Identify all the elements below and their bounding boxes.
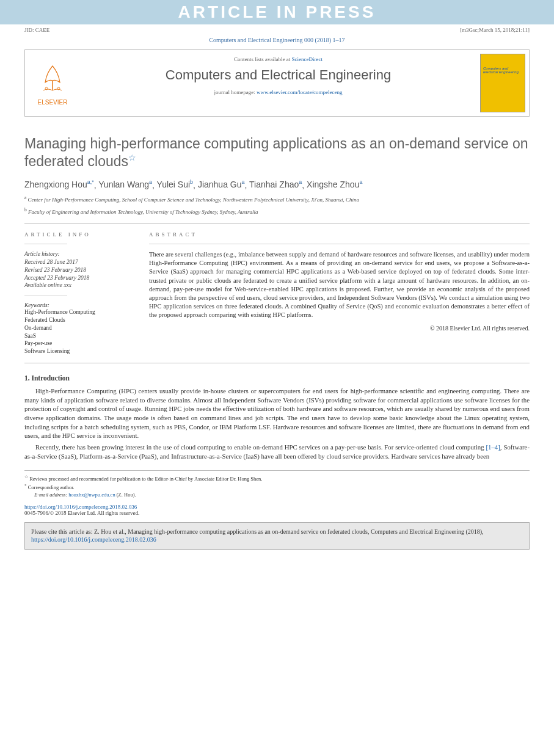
para2-pre: Recently, there has been growing interes…: [35, 443, 486, 451]
abstract-divider: [149, 244, 530, 244]
title-text: Managing high-performance computing appl…: [24, 136, 528, 169]
homepage-line: journal homepage: www.elsevier.com/locat…: [84, 89, 473, 95]
author: Yulei Suib: [157, 180, 194, 189]
homepage-link[interactable]: www.elsevier.com/locate/compeleceng: [257, 89, 342, 95]
star-icon: ☆: [24, 474, 28, 481]
title-star-icon: ☆: [128, 153, 136, 162]
history-label: Article history:: [24, 250, 134, 258]
journal-cover-thumb: Computers and Electrical Engineering: [476, 50, 529, 116]
citation-doi-link[interactable]: https://doi.org/10.1016/j.compeleceng.20…: [31, 536, 156, 543]
cover-thumb-title: Computers and Electrical Engineering: [483, 67, 522, 74]
author: Jianhua Gua: [198, 180, 245, 189]
footnote-corresponding: * Corresponding author.: [24, 483, 530, 492]
divider: [24, 224, 530, 224]
abstract-heading: ABSTRACT: [149, 231, 530, 238]
affiliation-a: a Center for High-Performance Computing,…: [24, 195, 530, 204]
authors-line: Zhengxiong Houa,*, Yunlan Wanga, Yulei S…: [24, 179, 530, 191]
watermark-banner: ARTICLE IN PRESS: [0, 0, 554, 24]
keyword: Federated Clouds: [24, 316, 134, 324]
contents-prefix: Contents lists available at: [234, 56, 291, 62]
affiliation-b: b Faculty of Engineering and Information…: [24, 207, 530, 216]
author: Xingshe Zhoua: [307, 180, 362, 189]
affil-a-text: Center for High-Performance Computing, S…: [28, 197, 360, 203]
email-link[interactable]: houzhx@nwpu.edu.cn: [68, 492, 115, 498]
body-section: 1. Introduction High-Performance Computi…: [24, 374, 530, 460]
elsevier-text: ELSEVIER: [38, 99, 68, 106]
contents-line: Contents lists available at ScienceDirec…: [84, 56, 473, 62]
keyword: Software Licensing: [24, 347, 134, 355]
author: Zhengxiong Houa,*: [24, 180, 94, 189]
divider: [24, 363, 530, 363]
journal-reference: Computers and Electrical Engineering 000…: [0, 35, 554, 45]
ref-link-1-4[interactable]: [1–4]: [486, 443, 500, 451]
author: Tianhai Zhaoa: [249, 180, 302, 189]
keyword: Pay-per-use: [24, 340, 134, 347]
footnote-email: E-mail address: houzhx@nwpu.edu.cn (Z. H…: [24, 492, 530, 499]
sciencedirect-link[interactable]: ScienceDirect: [292, 56, 323, 62]
corresponding-text: Corresponding author.: [28, 484, 75, 490]
abstract-column: ABSTRACT There are several challenges (e…: [149, 231, 530, 355]
jid-label: JID: CAEE: [24, 27, 49, 33]
footnote-review-text: Reviews processed and recommended for pu…: [29, 476, 262, 482]
history-revised: Revised 23 February 2018: [24, 266, 134, 274]
keyword: High-Performance Computing: [24, 308, 134, 316]
email-label: E-mail address:: [34, 492, 67, 498]
keywords-list: High-Performance Computing Federated Clo…: [24, 308, 134, 355]
issn-copyright: 0045-7906/© 2018 Elsevier Ltd. All right…: [24, 510, 530, 516]
keyword: SaaS: [24, 332, 134, 340]
elsevier-tree-icon: [34, 61, 71, 98]
info-divider: [24, 296, 67, 296]
history-accepted: Accepted 23 February 2018: [24, 274, 134, 282]
homepage-prefix: journal homepage:: [214, 89, 257, 95]
body-paragraph-1: High-Performance Computing (HPC) centers…: [24, 387, 530, 440]
citation-box: Please cite this article as: Z. Hou et a…: [24, 522, 530, 550]
asterisk-icon: *: [24, 483, 27, 488]
journal-header-box: ELSEVIER Contents lists available at Sci…: [24, 49, 530, 117]
doi-block: https://doi.org/10.1016/j.compeleceng.20…: [24, 504, 530, 516]
header-center: Contents lists available at ScienceDirec…: [80, 50, 476, 116]
svg-rect-0: [34, 61, 71, 98]
top-meta-row: JID: CAEE [m3Gsc;March 15, 2018;21:11]: [0, 24, 554, 35]
history-received: Received 28 June 2017: [24, 258, 134, 266]
footnote-review: ☆ Reviews processed and recommended for …: [24, 474, 530, 483]
build-stamp: [m3Gsc;March 15, 2018;21:11]: [460, 27, 530, 33]
citation-text: Please cite this article as: Z. Hou et a…: [31, 528, 484, 535]
article-info-heading: ARTICLE INFO: [24, 231, 134, 238]
section-1-heading: 1. Introduction: [24, 374, 530, 382]
abstract-text: There are several challenges (e.g., imba…: [149, 250, 530, 319]
history-online: Available online xxx: [24, 282, 134, 289]
copyright-line: © 2018 Elsevier Ltd. All rights reserved…: [149, 325, 530, 332]
article-title: Managing high-performance computing appl…: [24, 135, 530, 170]
body-paragraph-2: Recently, there has been growing interes…: [24, 443, 530, 460]
footnotes: ☆ Reviews processed and recommended for …: [24, 470, 530, 498]
email-suffix: (Z. Hou).: [115, 492, 136, 498]
doi-link[interactable]: https://doi.org/10.1016/j.compeleceng.20…: [24, 504, 137, 510]
journal-title: Computers and Electrical Engineering: [84, 67, 473, 83]
info-divider: [24, 244, 67, 244]
keyword: On-demand: [24, 324, 134, 332]
author: Yunlan Wanga: [98, 180, 152, 189]
affil-b-text: Faculty of Engineering and Information T…: [28, 209, 258, 215]
article-info-column: ARTICLE INFO Article history: Received 2…: [24, 231, 134, 355]
elsevier-logo: ELSEVIER: [25, 50, 80, 116]
keywords-label: Keywords:: [24, 302, 134, 308]
